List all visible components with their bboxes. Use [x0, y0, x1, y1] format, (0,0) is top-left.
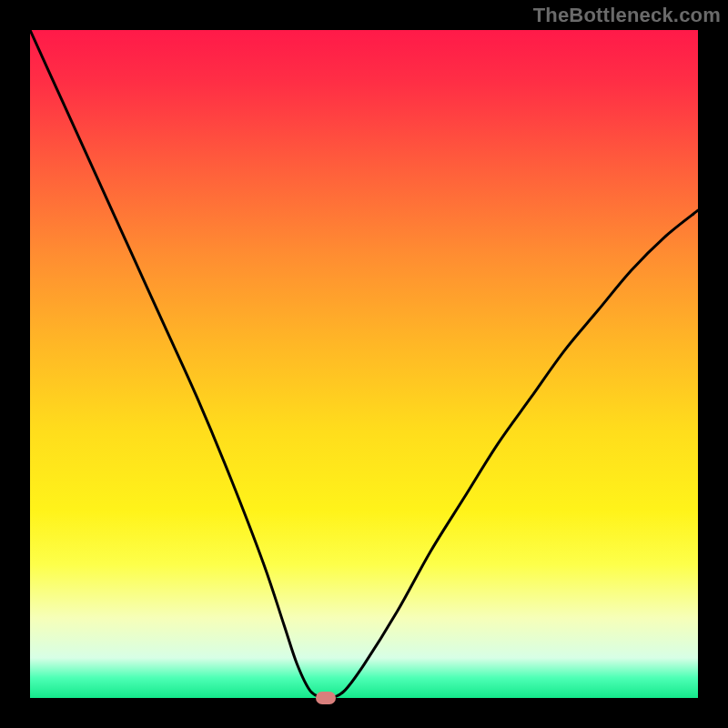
plot-area [30, 30, 698, 698]
optimum-marker [316, 692, 336, 704]
chart-frame: TheBottleneck.com [0, 0, 728, 728]
watermark-text: TheBottleneck.com [533, 4, 721, 27]
bottleneck-curve [30, 30, 698, 698]
